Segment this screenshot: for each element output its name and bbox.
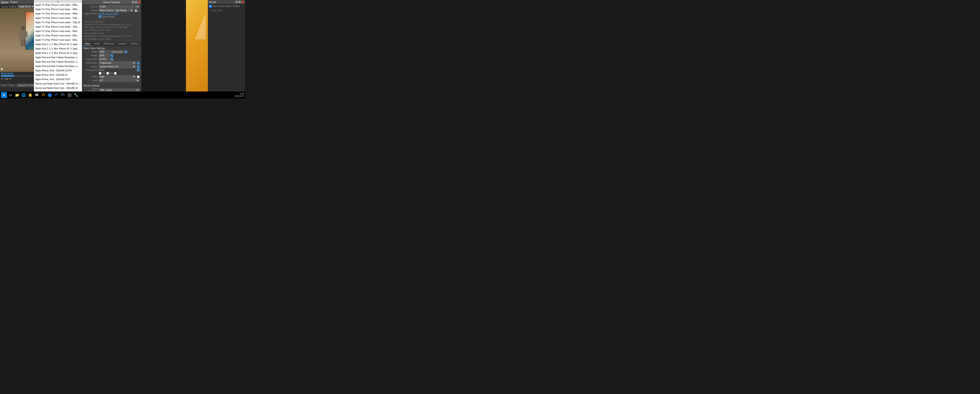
svg-point-0 (21, 26, 25, 30)
export-settings-panel: Export Settings _ □ × Format: H.264 Pres… (82, 0, 141, 99)
video-audio-tabs: Video Audio Multiplexer Captions Publish (82, 41, 141, 46)
dropdown-item[interactable]: Apple iPad and iPad 2 Native Resolution … (34, 55, 82, 60)
level-select[interactable]: 4.2 (99, 79, 140, 82)
info-section: c:/rough cut Copy.mp4 1920x1080 (1.0), 2… (82, 19, 141, 41)
dropdown-item[interactable]: Apple iPad 2, 3, 4, Mini, iPhone 4S, 5, … (34, 46, 82, 51)
dropdown-item[interactable]: Apple TV, iPad, iPhone 4 and newer - 480… (34, 11, 82, 16)
preset-dropdown-list[interactable]: ▲ Apple TV, iPad, iPhone 4 and newer - 4… (34, 0, 82, 99)
width-input[interactable] (99, 50, 110, 53)
framerate-lock-checkbox[interactable] (110, 58, 113, 61)
play-button-overlay[interactable]: ▶ (1, 67, 3, 71)
start-button[interactable]: ⊞ (1, 92, 7, 98)
dropdown-item[interactable]: Apple iPhone, iPod - 320x240 29.97 (34, 77, 82, 81)
dropdown-item[interactable]: Apple iPad 2, 3, 4, Mini, iPhone 4S, 5, … (34, 42, 82, 46)
tab-captions[interactable]: Captions (116, 42, 128, 46)
info-line-1: c:/rough cut Copy.mp4 (84, 20, 140, 23)
taskbar-app-5[interactable]: ⬛ (67, 92, 73, 98)
minimize-btn[interactable]: _ (132, 1, 134, 3)
profile-select[interactable]: High (99, 75, 136, 78)
close-btn[interactable]: × (138, 1, 140, 3)
transport-buttons: |◄ ◄ ▶ ►| (1, 78, 11, 80)
taskbar: ⊞ 🗂 📁 🌐 ⭐ W O 🔵 P Pr ⬛ 🔧 2:59 3/12/2017 (0, 91, 245, 99)
render-sw-radio[interactable] (99, 72, 102, 75)
tab-video[interactable]: Video (83, 42, 92, 46)
format-select[interactable]: H.264 (99, 5, 140, 8)
taskbar-file-explorer[interactable]: 🗂 (8, 92, 14, 98)
dropdown-item[interactable]: Barnes and Noble Nook Color - 854x480 25 (34, 86, 82, 90)
framerate-input[interactable] (99, 57, 110, 61)
tab-audio[interactable]: Audio (92, 42, 101, 46)
bitrate-encoding-select[interactable]: VBR, 1 pass (99, 88, 140, 92)
render-max-depth-row: Sw Hw (84, 72, 140, 75)
dropdown-item[interactable]: Apple TV, iPad, iPhone 4 and newer - 960… (34, 38, 82, 42)
taskbar-app-2[interactable]: W (34, 92, 40, 98)
dropdown-item[interactable]: Apple iPad 2, 3, 4, Mini, iPhone 4S, 5, … (34, 51, 82, 55)
tab-multiplexer[interactable]: Multiplexer (102, 42, 116, 46)
window-buttons: _ □ × (132, 1, 140, 3)
match-width-btn[interactable]: Match Width (110, 50, 124, 53)
rewind-btn[interactable]: ◄ (4, 78, 6, 80)
dropdown-collapse-btn[interactable]: ▲ (34, 0, 82, 3)
dropdown-item[interactable]: Apple TV, iPad, iPhone 4 and newer - 720… (34, 25, 82, 29)
field-order-select[interactable]: Progressive (99, 61, 136, 65)
forward-btn[interactable]: ►| (9, 78, 11, 80)
maximize-btn[interactable]: □ (135, 1, 137, 3)
dropdown-item[interactable]: Apple TV, iPad, iPhone 4 and newer - 960… (34, 29, 82, 33)
source-scaling-select[interactable]: Scale To Fit (18, 5, 35, 8)
output-filename[interactable]: rough cut Copy.mp4 (99, 13, 118, 15)
preset-label: Preset: (84, 9, 98, 11)
field-order-checkbox[interactable] (137, 62, 140, 64)
dropdown-item[interactable]: Apple TV, iPad, iPhone 4 and newer - 720… (34, 16, 82, 20)
dropdown-item[interactable]: Barnes and Noble Nook Color - 854x480 23… (34, 81, 82, 86)
taskbar-app-1[interactable]: ⭐ (27, 92, 33, 98)
output-name-label: Output Name: (84, 13, 98, 15)
taskbar-chrome[interactable]: 🔵 (47, 92, 53, 98)
width-lock-checkbox[interactable] (124, 51, 127, 53)
output-tab[interactable]: Output (10, 1, 18, 3)
format-section: Format: H.264 Preset: Match Source - Hig… (82, 4, 141, 19)
taskbar-app-3[interactable]: O (40, 92, 46, 98)
dropdown-item[interactable]: Apple iPad and iPad 2 Native Resolution … (34, 60, 82, 64)
tv-standard-checkbox[interactable] (137, 69, 140, 71)
render-max-checkbox[interactable] (114, 72, 116, 75)
info-line-7: AAC, 320 kbps, 48 kHz, Stereo (84, 38, 140, 40)
info-line-6: 1920x1080 (1.0), 23.976 fps, Progressive… (84, 35, 140, 38)
far-right-minimize[interactable]: _ (235, 1, 238, 3)
save-preset-icon[interactable]: 💾 (134, 9, 138, 12)
dropdown-item[interactable]: Apple iPhone, iPod - 320x240 25 (34, 73, 82, 77)
preset-row: Preset: Match Source - High Bitrate 💾 ℹ (84, 9, 140, 12)
dropdown-item[interactable]: Apple iPad and iPad 2 Native Resolution … (34, 64, 82, 69)
far-right-maximize[interactable]: □ (239, 1, 241, 3)
taskbar-app-4[interactable]: P (53, 92, 59, 98)
auto-encode-checkbox[interactable] (209, 5, 212, 8)
dropdown-item[interactable]: Apple TV, iPad, iPhone 4 and newer - 480… (34, 7, 82, 11)
dropdown-item[interactable]: Apple TV, iPad, iPhone 4 and newer - 480… (34, 3, 82, 7)
taskbar-app-6[interactable]: 🔧 (73, 92, 79, 98)
render-hw-radio[interactable] (106, 72, 109, 75)
rewind-start-btn[interactable]: |◄ (1, 78, 4, 80)
field-order-label: Field Order: (84, 62, 98, 64)
width-label: Width: (84, 51, 98, 53)
source-range-label: Source Range: (1, 84, 16, 86)
aspect-select[interactable]: Square Pixels (1.0) (99, 65, 136, 68)
taskbar-ie[interactable]: 🌐 (21, 92, 27, 98)
height-input[interactable] (99, 54, 110, 57)
dropdown-item[interactable]: Apple iPhone, iPod - 320x240 23.976 (34, 69, 82, 73)
source-tab[interactable]: Source (1, 1, 8, 3)
tab-publish[interactable]: Publish (129, 42, 140, 46)
preset-info-icon[interactable]: ℹ (138, 9, 140, 12)
aspect-checkbox[interactable] (137, 65, 140, 68)
taskbar-premiere[interactable]: Pr (60, 92, 66, 98)
height-lock-checkbox[interactable] (110, 54, 113, 57)
far-right-close[interactable]: × (242, 1, 244, 3)
tv-standard-value: NTSC (99, 69, 136, 71)
taskbar-folder[interactable]: 📁 (14, 92, 20, 98)
dropdown-item[interactable]: Apple TV, iPad, iPhone 4 and newer - 720… (34, 20, 82, 25)
export-audio-checkbox[interactable] (99, 15, 101, 18)
play-btn[interactable]: ▶ (6, 78, 8, 80)
profile-checkbox[interactable] (137, 75, 140, 78)
svg-rect-4 (21, 40, 23, 46)
preset-select[interactable]: Match Source - High Bitrate (99, 9, 134, 12)
dropdown-item[interactable]: Apple TV, iPad, iPhone 4 and newer - 960… (34, 33, 82, 38)
export-settings-title: Export Settings (103, 1, 120, 3)
